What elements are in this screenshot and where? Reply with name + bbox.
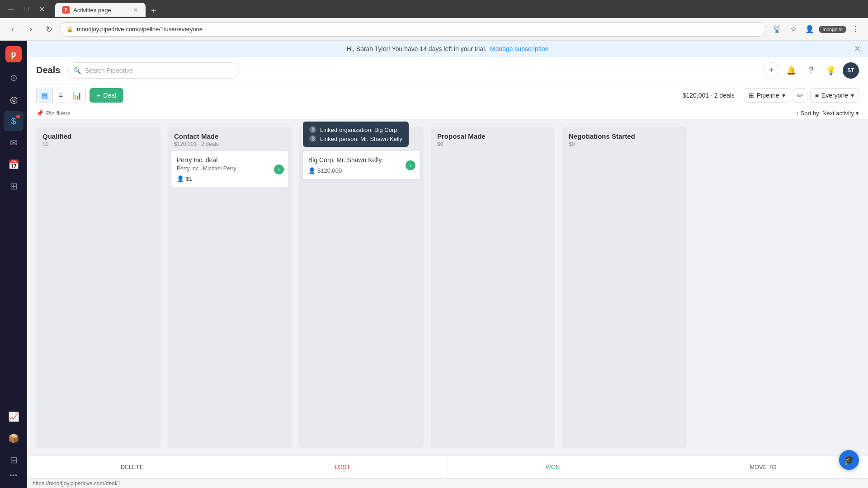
deal-card-perry-inc[interactable]: Perry Inc. deal Perry Inc., Michael Perr… — [171, 151, 288, 188]
help-button[interactable]: ? — [803, 62, 819, 79]
pipeline-icon: ⊞ — [749, 92, 754, 99]
column-qualified: Qualified $0 — [36, 127, 160, 448]
graduation-cap-icon: 🎓 — [844, 455, 855, 465]
sidebar-item-products[interactable]: 📦 — [4, 428, 24, 448]
search-bar[interactable]: 🔍 Search Pipedrive — [67, 62, 239, 79]
bottom-action-bar: DELETE LOST WON MOVE TO — [27, 455, 868, 478]
notifications-button[interactable]: 🔔 — [783, 62, 799, 79]
column-stats-demo-scheduled: $0 — [306, 141, 417, 147]
move-to-label: MOVE TO — [750, 464, 776, 470]
trial-close-button[interactable]: ✕ — [854, 44, 861, 54]
column-contact-made: Contact Made $120,001 · 2 deals Perry In… — [168, 127, 292, 448]
sidebar-more-button[interactable]: ••• — [9, 472, 18, 479]
tab-title: Activities page — [73, 7, 111, 14]
edit-icon: ✏ — [797, 91, 803, 100]
deal-value-big-corp: 👤 $120,000 — [308, 167, 415, 174]
lost-action[interactable]: LOST — [237, 456, 448, 478]
edit-pipeline-button[interactable]: ✏ — [793, 88, 807, 103]
incognito-badge: Incognito — [819, 26, 846, 33]
sort-chevron-icon: ▾ — [856, 110, 859, 117]
sidebar-item-deals[interactable]: $ — [4, 111, 24, 131]
column-header-negotiations-started: Negotiations Started $0 — [562, 127, 687, 151]
stats-view-button[interactable]: 📊 — [69, 88, 85, 103]
view-toggle: ▦ ≡ 📊 — [36, 88, 86, 103]
deal-title-perry-inc: Perry Inc. deal — [177, 156, 283, 164]
sidebar-item-activities[interactable]: ◎ — [4, 89, 24, 109]
manage-subscription-link[interactable]: Manage subscription — [490, 45, 548, 52]
won-action[interactable]: WON — [448, 456, 658, 478]
sidebar-item-calendar[interactable]: 📅 — [4, 155, 24, 174]
page-title: Deals — [36, 65, 60, 75]
active-tab[interactable]: P Activities page ✕ — [55, 3, 146, 17]
bookmark-button[interactable]: ☆ — [786, 22, 801, 37]
person-icon-2: 👤 — [308, 167, 316, 174]
sort-by-selector[interactable]: ↑ Sort by: Next activity ▾ — [796, 110, 859, 117]
url-text: moodjoy.pipedrive.com/pipeline/1/user/ev… — [77, 26, 203, 33]
avatar[interactable]: ST — [843, 62, 859, 79]
mail-icon: ✉ — [10, 137, 18, 148]
app-container: p ⊙ ◎ $ ✉ 📅 ⊞ 📈 📦 ⊟ •• — [0, 41, 868, 488]
column-body-demo-scheduled: ⓪ Linked organization: Big Corp ⓪ Linked… — [299, 151, 424, 448]
cast-button[interactable]: 📡 — [770, 22, 784, 37]
won-label: WON — [546, 464, 560, 470]
column-stats-qualified: $0 — [42, 141, 154, 147]
menu-button[interactable]: ⋮ — [848, 22, 863, 37]
add-button[interactable]: + — [763, 62, 779, 79]
sidebar: p ⊙ ◎ $ ✉ 📅 ⊞ 📈 📦 ⊟ •• — [0, 41, 27, 488]
trial-banner: Hi, Sarah Tyler! You have 14 days left i… — [27, 41, 868, 57]
sidebar-item-contacts[interactable]: ⊞ — [4, 176, 24, 196]
deal-arrow-big-corp[interactable]: › — [406, 160, 415, 170]
list-view-button[interactable]: ≡ — [53, 88, 69, 103]
pipeline-selector[interactable]: ⊞ Pipeline ▾ — [744, 88, 790, 103]
window-controls: ─ □ ✕ — [5, 3, 48, 15]
home-icon: ⊙ — [10, 72, 18, 83]
sort-label: Sort by: Next activity — [801, 110, 854, 117]
sidebar-item-reports[interactable]: 📈 — [4, 407, 24, 427]
close-button[interactable]: ✕ — [35, 3, 48, 15]
deal-tooltip-container: ⓪ Linked organization: Big Corp ⓪ Linked… — [303, 151, 420, 179]
column-header-contact-made: Contact Made $120,001 · 2 deals — [168, 127, 292, 151]
kanban-view-button[interactable]: ▦ — [37, 88, 53, 103]
status-bar: https://moodjoy.pipedrive.com/deal/1 — [27, 478, 868, 488]
forward-button[interactable]: › — [24, 22, 38, 37]
everyone-label: Everyone — [821, 92, 848, 99]
insights-icon: ⊟ — [10, 455, 18, 465]
sidebar-item-insights[interactable]: ⊟ — [4, 450, 24, 470]
move-to-action[interactable]: MOVE TO — [658, 456, 868, 478]
products-icon: 📦 — [8, 433, 19, 444]
column-body-contact-made: Perry Inc. deal Perry Inc., Michael Perr… — [168, 151, 292, 448]
column-stats-negotiations-started: $0 — [569, 141, 680, 147]
pin-filters-label: Pin filters — [46, 110, 70, 117]
column-proposal-made: Proposal Made $0 — [431, 127, 555, 448]
profile-button[interactable]: 👤 — [802, 22, 817, 37]
delete-action[interactable]: DELETE — [27, 456, 237, 478]
sort-up-icon: ↑ — [796, 110, 799, 117]
back-button[interactable]: ‹ — [5, 22, 20, 37]
deal-arrow-perry-inc[interactable]: › — [274, 164, 284, 174]
deal-card-big-corp[interactable]: Big Corp, Mr. Shawn Kelly 👤 $120,000 › — [303, 151, 420, 179]
contacts-icon: ⊞ — [10, 181, 18, 192]
maximize-button[interactable]: □ — [20, 3, 33, 15]
new-tab-button[interactable]: + — [147, 5, 160, 17]
help-fab-button[interactable]: 🎓 — [839, 450, 859, 470]
add-deal-button[interactable]: + Deal — [90, 88, 123, 103]
reports-icon: 📈 — [8, 411, 19, 422]
everyone-selector[interactable]: ≡ Everyone ▾ — [810, 88, 859, 103]
sidebar-item-home[interactable]: ⊙ — [4, 68, 24, 88]
pin-filters-button[interactable]: 📌 Pin filters — [36, 110, 70, 117]
pin-icon: 📌 — [36, 110, 43, 117]
tab-close-button[interactable]: ✕ — [133, 6, 138, 14]
add-deal-icon: + — [97, 92, 100, 99]
address-bar[interactable]: 🔒 moodjoy.pipedrive.com/pipeline/1/user/… — [60, 22, 766, 37]
sidebar-item-mail[interactable]: ✉ — [4, 133, 24, 153]
tips-button[interactable]: 💡 — [823, 62, 839, 79]
activities-icon: ◎ — [10, 94, 18, 105]
column-stats-contact-made: $120,001 · 2 deals — [174, 141, 286, 147]
reload-button[interactable]: ↻ — [42, 22, 56, 37]
column-header-qualified: Qualified $0 — [36, 127, 160, 151]
column-body-negotiations-started — [562, 151, 687, 448]
minimize-button[interactable]: ─ — [5, 3, 17, 15]
app-logo[interactable]: p — [5, 46, 22, 62]
column-title-proposal-made: Proposal Made — [437, 132, 549, 140]
tab-favicon: P — [62, 6, 70, 14]
